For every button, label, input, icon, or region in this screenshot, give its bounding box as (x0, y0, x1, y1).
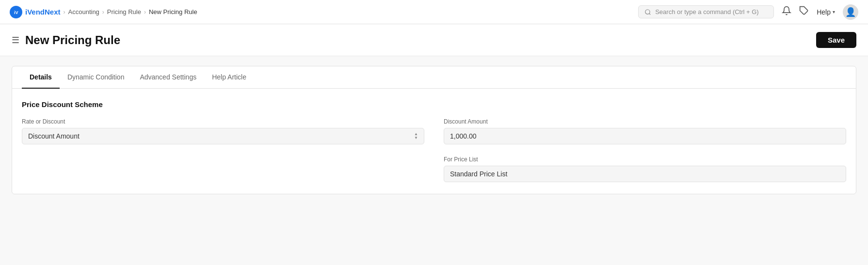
tab-dynamic-condition[interactable]: Dynamic Condition (60, 66, 132, 89)
avatar-icon: 👤 (845, 7, 856, 17)
for-price-list-input[interactable]: Standard Price List (444, 166, 846, 182)
tab-advanced-settings[interactable]: Advanced Settings (132, 66, 204, 89)
for-price-list-label: For Price List (444, 156, 846, 163)
tabs-container: Details Dynamic Condition Advanced Setti… (12, 66, 856, 194)
breadcrumb-pricing-rule[interactable]: Pricing Rule (107, 8, 141, 16)
for-price-list-group: For Price List Standard Price List (444, 156, 846, 182)
svg-line-3 (649, 13, 651, 15)
topnav-right-area: Search or type a command (Ctrl + G) Help… (638, 4, 858, 20)
search-bar[interactable]: Search or type a command (Ctrl + G) (638, 5, 774, 18)
save-button[interactable]: Save (816, 32, 856, 48)
select-arrows-icon: ▲ ▼ (414, 132, 418, 140)
brand-name: iVendNext (25, 8, 61, 16)
search-icon (644, 9, 651, 16)
discount-amount-value: 1,000.00 (450, 132, 477, 140)
top-navigation: iV iVendNext › Accounting › Pricing Rule… (0, 0, 868, 24)
notifications-icon[interactable] (782, 6, 791, 18)
help-chevron-icon: ▾ (833, 9, 835, 15)
breadcrumb-separator-3: › (144, 9, 146, 16)
tab-content-details: Price Discount Scheme Rate or Discount D… (12, 89, 856, 194)
breadcrumb-accounting[interactable]: Accounting (68, 8, 99, 16)
main-content: Details Dynamic Condition Advanced Setti… (0, 56, 868, 204)
brand-logo-icon: iV (10, 6, 22, 18)
tab-details[interactable]: Details (22, 66, 60, 89)
page-header: ☰ New Pricing Rule Save (0, 24, 868, 56)
brand-logo-area[interactable]: iV iVendNext (10, 6, 61, 18)
tab-help-article[interactable]: Help Article (204, 66, 254, 89)
tabs-header: Details Dynamic Condition Advanced Setti… (12, 66, 856, 89)
help-label: Help (817, 8, 831, 16)
discount-amount-input[interactable]: 1,000.00 (444, 128, 846, 144)
rate-or-discount-group: Rate or Discount Discount Amount ▲ ▼ (22, 118, 424, 144)
rate-or-discount-value: Discount Amount (28, 132, 80, 140)
empty-cell (22, 156, 424, 182)
hamburger-icon[interactable]: ☰ (12, 35, 19, 46)
breadcrumb-current: New Pricing Rule (149, 8, 197, 16)
breadcrumb-area: iV iVendNext › Accounting › Pricing Rule… (10, 6, 197, 18)
rate-or-discount-select[interactable]: Discount Amount ▲ ▼ (22, 128, 424, 144)
discount-amount-label: Discount Amount (444, 118, 846, 125)
page-header-left: ☰ New Pricing Rule (12, 33, 120, 47)
form-grid: Rate or Discount Discount Amount ▲ ▼ Dis… (22, 118, 846, 182)
help-button[interactable]: Help ▾ (817, 8, 835, 16)
breadcrumb-separator-2: › (102, 9, 104, 16)
discount-amount-group: Discount Amount 1,000.00 (444, 118, 846, 144)
svg-point-2 (645, 9, 650, 14)
rate-or-discount-label: Rate or Discount (22, 118, 424, 125)
breadcrumb-separator-1: › (64, 9, 65, 16)
search-placeholder: Search or type a command (Ctrl + G) (655, 8, 759, 16)
avatar[interactable]: 👤 (843, 4, 858, 20)
section-title: Price Discount Scheme (22, 100, 846, 109)
tag-icon[interactable] (799, 6, 809, 18)
svg-text:iV: iV (14, 10, 18, 15)
for-price-list-value: Standard Price List (450, 170, 507, 178)
page-title: New Pricing Rule (25, 33, 120, 47)
